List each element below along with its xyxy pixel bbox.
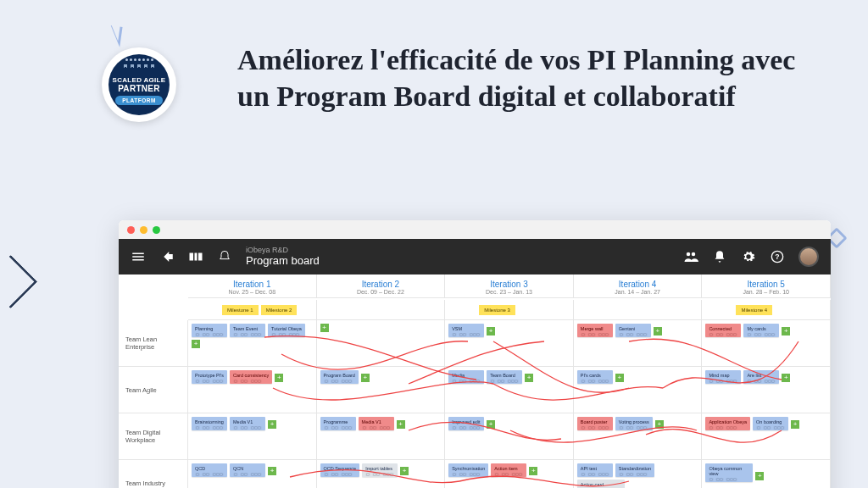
- board-cell[interactable]: Board poster▢▢▢▢▢▢Voting process▢▢▢▢▢▢+: [574, 413, 703, 459]
- feature-card[interactable]: Media V1▢▢▢▢▢▢: [230, 417, 265, 430]
- milestone-card[interactable]: Milestone 4: [736, 305, 772, 315]
- feature-card[interactable]: Gentani▢▢▢▢▢▢: [615, 324, 651, 337]
- menu-icon[interactable]: [131, 249, 146, 264]
- add-card-button[interactable]: +: [487, 420, 495, 429]
- close-dot[interactable]: [127, 226, 135, 234]
- add-card-button[interactable]: +: [320, 324, 329, 332]
- board-cell[interactable]: Connected▢▢▢▢▢▢My cards▢▢▢▢▢▢+: [702, 320, 831, 366]
- milestone-card[interactable]: Milestone 2: [261, 305, 298, 315]
- add-card-button[interactable]: +: [755, 472, 764, 480]
- bell-icon[interactable]: [712, 249, 727, 264]
- help-icon[interactable]: ?: [770, 249, 785, 264]
- board-cell[interactable]: Obeya common view▢▢▢▢▢▢+: [702, 460, 831, 488]
- feature-card[interactable]: Application Obeya▢▢▢▢▢▢: [705, 417, 750, 430]
- board-cell[interactable]: QCD Sequence▢▢▢▢▢▢Import tables▢▢▢▢▢▢+: [317, 460, 446, 488]
- board-cell[interactable]: QCD▢▢▢▢▢▢QCN▢▢▢▢▢▢+: [188, 460, 317, 488]
- feature-card[interactable]: My cards▢▢▢▢▢▢: [743, 324, 779, 337]
- add-card-button[interactable]: +: [782, 327, 790, 336]
- feature-card[interactable]: API test▢▢▢▢▢▢: [577, 463, 613, 477]
- feature-card[interactable]: Merge wall▢▢▢▢▢▢: [577, 324, 613, 337]
- feature-card[interactable]: QCN▢▢▢▢▢▢: [230, 463, 265, 477]
- feature-card[interactable]: QCD Sequence▢▢▢▢▢▢: [320, 463, 360, 477]
- add-card-button[interactable]: +: [192, 340, 200, 348]
- column-header[interactable]: Iteration 2Dec. 09 – Dec. 22: [317, 274, 446, 298]
- board-cell[interactable]: Brainstorming▢▢▢▢▢▢Media V1▢▢▢▢▢▢+: [188, 413, 317, 459]
- feature-card[interactable]: Brainstorming▢▢▢▢▢▢: [192, 417, 227, 430]
- iteration-name: Iteration 3: [445, 280, 573, 289]
- feature-card[interactable]: Team Event▢▢▢▢▢▢: [230, 324, 265, 337]
- board-cell[interactable]: API test▢▢▢▢▢▢Standardization▢▢▢▢▢▢Actio…: [574, 460, 703, 488]
- feature-card[interactable]: Team Board▢▢▢▢▢▢: [487, 370, 522, 384]
- user-avatar[interactable]: [798, 247, 819, 267]
- add-card-button[interactable]: +: [525, 374, 533, 382]
- feature-card[interactable]: Board poster▢▢▢▢▢▢: [577, 417, 613, 430]
- feature-card[interactable]: Program Board▢▢▢▢▢▢: [320, 370, 359, 384]
- add-card-button[interactable]: +: [275, 374, 283, 382]
- feature-card[interactable]: Standardization▢▢▢▢▢▢: [615, 463, 654, 477]
- column-header[interactable]: Iteration 3Dec. 23 – Jan. 13: [445, 274, 574, 298]
- milestone-card[interactable]: Milestone 3: [479, 305, 515, 315]
- feature-card[interactable]: Voting process▢▢▢▢▢▢: [615, 417, 653, 430]
- back-icon[interactable]: [159, 249, 175, 264]
- feature-card[interactable]: On boarding▢▢▢▢▢▢: [753, 417, 788, 430]
- add-card-button[interactable]: +: [529, 467, 537, 475]
- add-card-button[interactable]: +: [782, 374, 790, 382]
- people-icon[interactable]: [683, 249, 698, 264]
- add-card-button[interactable]: +: [791, 420, 799, 429]
- feature-card[interactable]: Programme▢▢▢▢▢▢: [320, 417, 356, 430]
- gear-icon[interactable]: [741, 249, 756, 264]
- maximize-dot[interactable]: [153, 226, 160, 234]
- feature-card[interactable]: QCD▢▢▢▢▢▢: [192, 463, 227, 477]
- feature-card[interactable]: Card consistency▢▢▢▢▢▢: [230, 370, 272, 384]
- board-cell[interactable]: Programme▢▢▢▢▢▢Media V1▢▢▢▢▢▢+: [317, 413, 446, 459]
- column-header[interactable]: Iteration 5Jan. 28 – Feb. 10: [702, 274, 831, 298]
- notification-outline-icon[interactable]: [217, 249, 232, 264]
- feature-card[interactable]: Tutorial Obeya▢▢▢▢▢▢: [268, 324, 305, 337]
- feature-card[interactable]: Synchronisation▢▢▢▢▢▢: [448, 463, 488, 477]
- feature-card[interactable]: Import tables▢▢▢▢▢▢: [362, 463, 398, 477]
- add-card-button[interactable]: +: [655, 420, 664, 429]
- board-cell[interactable]: Planning▢▢▢▢▢▢Team Event▢▢▢▢▢▢Tutorial O…: [188, 320, 317, 366]
- feature-card[interactable]: Media▢▢▢▢▢▢: [448, 370, 484, 384]
- column-header[interactable]: Iteration 1Nov. 25 – Dec. 08: [188, 274, 317, 298]
- board-cell[interactable]: Prototype PI's▢▢▢▢▢▢Card consistency▢▢▢▢…: [188, 367, 317, 413]
- add-card-button[interactable]: +: [487, 327, 495, 336]
- milestone-card[interactable]: Milestone 1: [222, 305, 259, 315]
- feature-card[interactable]: Action item▢▢▢▢▢▢: [491, 463, 526, 477]
- feature-card[interactable]: Improved edit▢▢▢▢▢▢: [448, 417, 484, 430]
- board-cell[interactable]: Improved edit▢▢▢▢▢▢+: [445, 413, 574, 459]
- iteration-name: Iteration 1: [188, 280, 316, 289]
- board-cell[interactable]: Mind map▢▢▢▢▢▢Are list▢▢▢▢▢▢+: [702, 367, 831, 413]
- board-cell[interactable]: Media▢▢▢▢▢▢Team Board▢▢▢▢▢▢+: [445, 367, 574, 413]
- feature-card[interactable]: Media V1▢▢▢▢▢▢: [359, 417, 394, 430]
- feature-card[interactable]: PI's cards▢▢▢▢▢▢: [577, 370, 613, 384]
- board-cell[interactable]: PI's cards▢▢▢▢▢▢+: [574, 367, 703, 413]
- feature-card[interactable]: VSM▢▢▢▢▢▢: [448, 324, 484, 337]
- add-card-button[interactable]: +: [361, 374, 370, 382]
- feature-card[interactable]: Obeya common view▢▢▢▢▢▢: [705, 463, 753, 482]
- minimize-dot[interactable]: [140, 226, 147, 234]
- add-card-button[interactable]: +: [268, 467, 276, 475]
- column-header[interactable]: Iteration 4Jan. 14 – Jan. 27: [574, 274, 703, 298]
- board-cell[interactable]: Merge wall▢▢▢▢▢▢Gentani▢▢▢▢▢▢+: [574, 320, 703, 366]
- add-card-button[interactable]: +: [615, 374, 624, 382]
- add-card-button[interactable]: +: [268, 420, 276, 429]
- feature-card[interactable]: Mind map▢▢▢▢▢▢: [705, 370, 741, 384]
- svg-text:?: ?: [775, 252, 779, 261]
- feature-card[interactable]: Connected▢▢▢▢▢▢: [705, 324, 741, 337]
- feature-card[interactable]: Are list▢▢▢▢▢▢: [743, 370, 779, 384]
- feature-card[interactable]: Planning▢▢▢▢▢▢: [192, 324, 227, 337]
- add-card-button[interactable]: +: [654, 327, 662, 336]
- boards-icon[interactable]: [188, 249, 203, 264]
- feature-card[interactable]: Action card collection▢▢▢▢▢▢: [577, 480, 625, 488]
- add-card-button[interactable]: +: [397, 420, 405, 429]
- milestone-cell: [574, 300, 703, 320]
- board-cell[interactable]: +: [317, 320, 446, 366]
- board-cell[interactable]: Program Board▢▢▢▢▢▢+: [317, 367, 446, 413]
- board-cell[interactable]: Synchronisation▢▢▢▢▢▢Action item▢▢▢▢▢▢+: [445, 460, 574, 488]
- add-card-button[interactable]: +: [400, 467, 409, 475]
- feature-card[interactable]: Prototype PI's▢▢▢▢▢▢: [192, 370, 227, 384]
- board-cell[interactable]: Application Obeya▢▢▢▢▢▢On boarding▢▢▢▢▢▢…: [702, 413, 831, 459]
- iteration-name: Iteration 2: [317, 280, 445, 289]
- board-cell[interactable]: VSM▢▢▢▢▢▢+: [445, 320, 574, 366]
